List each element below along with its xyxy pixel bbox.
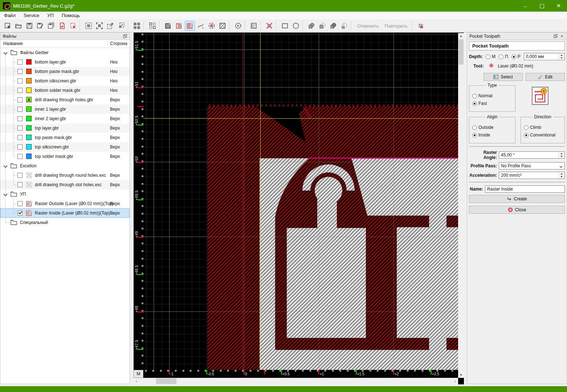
visibility-checkbox[interactable] xyxy=(17,97,23,102)
tree-folder-row[interactable]: Специальный xyxy=(0,218,130,227)
direction-conventional-radio[interactable]: Conventional xyxy=(524,132,562,138)
units-button[interactable]: M xyxy=(134,370,143,378)
profile-pass-dropdown[interactable]: No Profile Pass xyxy=(499,162,565,170)
import-file-icon[interactable] xyxy=(57,21,67,31)
layer-color-swatch[interactable] xyxy=(26,106,32,112)
layer-color-swatch[interactable]: A xyxy=(26,97,32,102)
visibility-checkbox[interactable] xyxy=(17,126,23,131)
rectangle-tool-icon[interactable] xyxy=(280,21,290,31)
visibility-checkbox[interactable] xyxy=(17,116,23,121)
curve-toolpath-icon[interactable] xyxy=(196,21,206,31)
align-inside-radio[interactable]: Inside xyxy=(472,132,512,138)
visibility-checkbox[interactable] xyxy=(17,182,23,187)
float-panel-icon[interactable] xyxy=(122,34,127,39)
close-button[interactable]: Close xyxy=(469,206,565,214)
type-normal-radio[interactable]: Normal xyxy=(472,93,512,98)
tree-item-row[interactable]: inner 1 layer.gbrВерх xyxy=(0,105,130,114)
save-all-icon[interactable] xyxy=(46,21,56,31)
align-outside-radio[interactable]: Outside xyxy=(472,125,512,130)
layer-color-swatch[interactable] xyxy=(26,125,32,131)
visibility-checkbox[interactable] xyxy=(17,60,23,65)
direction-climb-radio[interactable]: Climb xyxy=(524,125,562,130)
select-tool-button[interactable]: Select xyxy=(484,73,523,81)
tree-item-row[interactable]: drill drawing through slot holes.excВерх xyxy=(0,180,130,189)
float-panel-icon[interactable] xyxy=(553,34,558,39)
depth-р-radio[interactable]: Р xyxy=(511,54,521,59)
depth-м-radio[interactable]: М xyxy=(486,54,495,59)
tile-windows-icon[interactable] xyxy=(132,21,142,31)
menu-уп[interactable]: УП xyxy=(43,12,58,20)
tree-item-row[interactable]: inner 2 layer.gbrВерх xyxy=(0,114,130,123)
tree-item-row[interactable]: top silkscreen.gbrВерх xyxy=(0,142,130,152)
vertical-scroll-thumb[interactable] xyxy=(458,39,464,65)
tree-folder-row[interactable]: Excellon xyxy=(0,161,130,171)
raster-inside-icon[interactable] xyxy=(185,21,195,31)
drill-toolpath-icon[interactable] xyxy=(207,21,217,31)
close-panel-icon[interactable]: × xyxy=(559,34,564,39)
visibility-checkbox[interactable] xyxy=(17,173,23,178)
acceleration-spinner[interactable]: 200 mm/c² xyxy=(499,172,565,179)
layer-color-swatch[interactable] xyxy=(26,154,32,159)
tree-item-row[interactable]: Adrill drawing through holes.gbrВерх xyxy=(0,95,130,105)
create-button[interactable]: Create xyxy=(469,195,565,203)
tree-item-row[interactable]: Raster Inside (Laser (Ø0.02 mm))(Top)...… xyxy=(0,208,130,218)
save-as-icon[interactable] xyxy=(35,21,45,31)
minimize-button[interactable]: – xyxy=(517,0,534,12)
layer-color-swatch[interactable] xyxy=(26,135,32,140)
visibility-checkbox[interactable] xyxy=(17,135,23,140)
depth-value-spinner[interactable]: 0,000 мм xyxy=(524,53,565,60)
tree-item-row[interactable]: top paste mask.gbrВерх xyxy=(0,133,130,142)
layer-color-swatch[interactable] xyxy=(26,87,32,93)
visibility-checkbox[interactable] xyxy=(17,78,23,83)
type-fast-radio[interactable]: Fast xyxy=(472,101,512,106)
visibility-checkbox[interactable] xyxy=(17,154,23,159)
menu-файл[interactable]: Файл xyxy=(0,12,20,20)
new-file-icon[interactable] xyxy=(3,21,13,31)
scroll-up-icon[interactable]: ▲ xyxy=(458,33,464,39)
delete-toolpath-icon[interactable] xyxy=(264,21,274,31)
spin-down-icon[interactable] xyxy=(560,57,563,59)
union-tool-icon[interactable] xyxy=(306,21,317,31)
circle-tool-icon[interactable] xyxy=(291,21,301,31)
tree-folder-row[interactable]: Файлы Gerber xyxy=(0,48,130,57)
drill-holes-icon[interactable] xyxy=(217,21,228,31)
scroll-left-icon[interactable]: ‹ xyxy=(134,378,139,384)
edit-tool-button[interactable]: Edit xyxy=(526,73,565,81)
run-program-icon[interactable] xyxy=(233,21,243,31)
top-view-icon[interactable] xyxy=(163,21,173,31)
open-file-icon[interactable] xyxy=(13,21,24,31)
zoom-in-icon[interactable] xyxy=(105,21,115,31)
scroll-right-icon[interactable]: › xyxy=(452,378,458,384)
tree-item-row[interactable]: bottom paste mask.gbrНиз xyxy=(0,67,130,76)
visibility-checkbox[interactable] xyxy=(17,144,23,150)
depth-п-radio[interactable]: П xyxy=(499,54,508,59)
name-input[interactable]: Raster Inside xyxy=(485,185,565,193)
layer-color-swatch[interactable] xyxy=(26,144,32,150)
exclude-tool-icon[interactable] xyxy=(339,21,349,31)
pcb-viewport[interactable] xyxy=(143,33,458,370)
subtract-tool-icon[interactable] xyxy=(317,21,327,31)
horizontal-scroll-thumb[interactable] xyxy=(156,378,176,384)
raster-outside-icon[interactable] xyxy=(174,21,184,31)
tree-item-row[interactable]: drill drawing through round holes.excВер… xyxy=(0,171,130,180)
tree-item-row[interactable]: bottom layer.gbrНиз xyxy=(0,57,130,67)
scroll-down-icon[interactable]: ▼ xyxy=(458,372,464,378)
horizontal-scrollbar[interactable]: ‹ › xyxy=(134,378,458,384)
tree-item-row[interactable]: bottom solder mask.gbrНиз xyxy=(0,86,130,95)
vertical-scrollbar[interactable]: ▲ ▼ xyxy=(458,33,464,378)
program-settings-icon[interactable] xyxy=(249,21,259,31)
save-file-icon[interactable] xyxy=(24,21,34,31)
snap-grid-icon[interactable] xyxy=(416,21,426,31)
zoom-out-icon[interactable] xyxy=(116,21,126,31)
intersect-tool-icon[interactable] xyxy=(328,21,338,31)
undo-button[interactable]: Отменить xyxy=(354,23,382,29)
visibility-checkbox[interactable] xyxy=(17,69,23,74)
cascade-windows-icon[interactable] xyxy=(147,21,158,31)
tree-folder-row[interactable]: УП xyxy=(0,189,130,199)
zoom-selection-icon[interactable] xyxy=(94,21,105,31)
visibility-checkbox[interactable] xyxy=(17,201,23,206)
visibility-checkbox[interactable] xyxy=(17,107,23,112)
close-window-button[interactable]: ✕ xyxy=(550,0,567,12)
layer-color-swatch[interactable] xyxy=(26,78,32,83)
layer-color-swatch[interactable] xyxy=(26,69,32,74)
